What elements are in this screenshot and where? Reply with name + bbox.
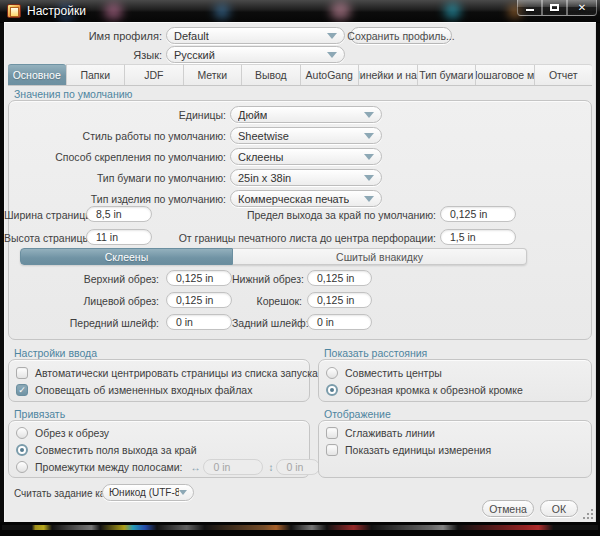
encoding-value: Юникод (UTF-8) — [109, 487, 179, 498]
perforation-label: От границы печатного листа до центра пер… — [154, 232, 436, 244]
ok-button[interactable]: ОК — [540, 500, 578, 517]
notify-changed-checkbox[interactable]: ✓ — [16, 384, 28, 396]
title-bar[interactable]: Настройки ✕ — [0, 0, 600, 23]
gaps-radio[interactable] — [16, 461, 28, 473]
window-title: Настройки — [27, 4, 86, 18]
input-settings-title: Настройки ввода — [14, 347, 97, 359]
auto-center-label: Автоматически центрировать страницы из с… — [35, 367, 318, 379]
tab-output[interactable]: Вывод — [241, 64, 300, 85]
back-lap-label: Задний шлейф: — [232, 317, 302, 329]
dropdown-arrow-icon — [327, 52, 337, 58]
tab-step[interactable]: Пошаговое му — [475, 64, 534, 85]
tab-rulers[interactable]: Линейки и нап — [358, 64, 417, 85]
smooth-lines-checkbox[interactable] — [326, 427, 338, 439]
background-blob — [444, 3, 461, 19]
bottom-trim-label: Нижний обрез: — [232, 273, 302, 285]
horizontal-gap-field: 0 in — [203, 459, 263, 475]
binding-method-value: Склеены — [238, 151, 284, 163]
product-type-dropdown[interactable]: Коммерческая печать — [230, 190, 382, 207]
bottom-trim-field[interactable]: 0,125 in — [307, 270, 372, 286]
resize-grip-dots — [591, 517, 593, 519]
tab-paper-type[interactable]: Тип бумаги — [417, 64, 476, 85]
segment-glued[interactable]: Склеены — [20, 248, 233, 265]
spine-value: 0,125 in — [317, 294, 354, 306]
align-centers-label: Совместить центры — [345, 367, 442, 379]
trim-to-trim-radio-row[interactable]: Обрезная кромка к обрезной кромке — [326, 383, 523, 397]
gaps-radio-row[interactable]: Промежутки между полосами: ↔ 0 in ↕ 0 in — [16, 460, 320, 474]
tab-autogang[interactable]: AutoGang — [300, 64, 359, 85]
align-centers-radio-row[interactable]: Совместить центры — [326, 366, 442, 380]
trim-to-trim-radio[interactable] — [326, 384, 338, 396]
page-height-label: Высота страницы: — [4, 232, 82, 244]
face-trim-field[interactable]: 0,125 in — [166, 292, 232, 308]
resize-grip[interactable] — [583, 509, 593, 519]
show-units-checkbox-row[interactable]: Показать единицы измерения — [326, 443, 491, 457]
radio-dot — [20, 448, 24, 452]
spine-field[interactable]: 0,125 in — [307, 292, 372, 308]
background-blob — [214, 4, 230, 19]
smooth-lines-checkbox-row[interactable]: Сглаживать линии — [326, 426, 435, 440]
page-height-value: 11 in — [96, 231, 118, 243]
work-style-dropdown[interactable]: Sheetwise — [230, 127, 382, 144]
notify-changed-checkbox-row[interactable]: ✓ Оповещать об измененных входных файлах — [16, 383, 252, 397]
dropdown-arrow-icon — [179, 490, 187, 495]
face-trim-value: 0,125 in — [176, 294, 213, 306]
show-units-checkbox[interactable] — [326, 444, 338, 456]
minimize-button[interactable] — [517, 0, 542, 16]
align-centers-radio[interactable] — [326, 367, 338, 379]
binding-method-dropdown[interactable]: Склеены — [230, 148, 382, 165]
units-dropdown[interactable]: Дюйм — [230, 106, 382, 123]
align-bleed-radio-row[interactable]: Совместить поля выхода за край — [16, 443, 197, 457]
auto-center-checkbox-row[interactable]: Автоматически центрировать страницы из с… — [16, 366, 318, 380]
page-width-label: Ширина страницы: — [4, 209, 82, 221]
tab-marks[interactable]: Метки — [183, 64, 242, 85]
work-style-label: Стиль работы по умолчанию: — [4, 130, 226, 142]
maximize-button[interactable] — [542, 0, 567, 16]
segment-saddle-stitched[interactable]: Сшитый внакидку — [233, 248, 527, 265]
back-lap-value: 0 in — [317, 316, 334, 328]
front-lap-field[interactable]: 0 in — [166, 314, 232, 330]
top-trim-field[interactable]: 0,125 in — [166, 270, 232, 286]
units-value: Дюйм — [238, 109, 267, 121]
defaults-group-title: Значения по умолчанию — [14, 88, 132, 100]
tab-report[interactable]: Отчет — [534, 64, 593, 85]
horizontal-gap-value: 0 in — [213, 461, 230, 473]
trim-to-trim-label: Обрезная кромка к обрезной кромке — [345, 384, 523, 396]
align-bleed-radio[interactable] — [16, 444, 28, 456]
units-label: Единицы: — [4, 109, 226, 121]
window-bottom-frame — [0, 522, 600, 536]
align-bleed-label: Совместить поля выхода за край — [35, 444, 197, 456]
tab-main[interactable]: Основное — [8, 64, 66, 85]
save-profile-button[interactable]: Сохранить профиль... — [350, 27, 452, 44]
language-dropdown[interactable]: Русский — [166, 46, 345, 63]
language-label: Язык: — [4, 49, 162, 61]
bleed-limit-label: Предел выхода за край по умолчанию: — [154, 209, 436, 221]
profile-name-dropdown[interactable]: Default — [166, 27, 345, 44]
app-icon[interactable] — [7, 4, 21, 18]
tab-folders[interactable]: Папки — [66, 64, 125, 85]
trim-to-trim-snap-radio-row[interactable]: Обрез к обрезу — [16, 426, 109, 440]
face-trim-label: Лицевой обрез: — [4, 295, 159, 307]
paper-type-value: 25in x 38in — [238, 172, 291, 184]
gaps-label: Промежутки между полосами: — [35, 461, 182, 473]
page-width-field[interactable]: 8,5 in — [86, 206, 152, 222]
dropdown-arrow-icon — [364, 112, 374, 118]
app-icon-page — [10, 7, 19, 17]
paper-type-label: Тип бумаги по умолчанию: — [4, 172, 226, 184]
page-height-field[interactable]: 11 in — [86, 229, 152, 245]
cancel-button[interactable]: Отмена — [482, 500, 534, 517]
perforation-field[interactable]: 1,5 in — [440, 229, 516, 245]
save-profile-label: Сохранить профиль... — [347, 30, 454, 42]
work-style-row: Стиль работы по умолчанию: Sheetwise — [4, 127, 596, 144]
tab-jdf[interactable]: JDF — [124, 64, 183, 85]
bleed-limit-field[interactable]: 0,125 in — [440, 206, 516, 222]
product-type-value: Коммерческая печать — [238, 193, 349, 205]
paper-type-dropdown[interactable]: 25in x 38in — [230, 169, 382, 186]
vertical-gap-value: 0 in — [286, 461, 303, 473]
close-button[interactable]: ✕ — [567, 0, 597, 16]
language-value: Русский — [174, 49, 215, 61]
back-lap-field[interactable]: 0 in — [307, 314, 372, 330]
encoding-dropdown[interactable]: Юникод (UTF-8) — [102, 484, 194, 501]
auto-center-checkbox[interactable] — [16, 367, 28, 379]
trim-to-trim-snap-radio[interactable] — [16, 427, 28, 439]
